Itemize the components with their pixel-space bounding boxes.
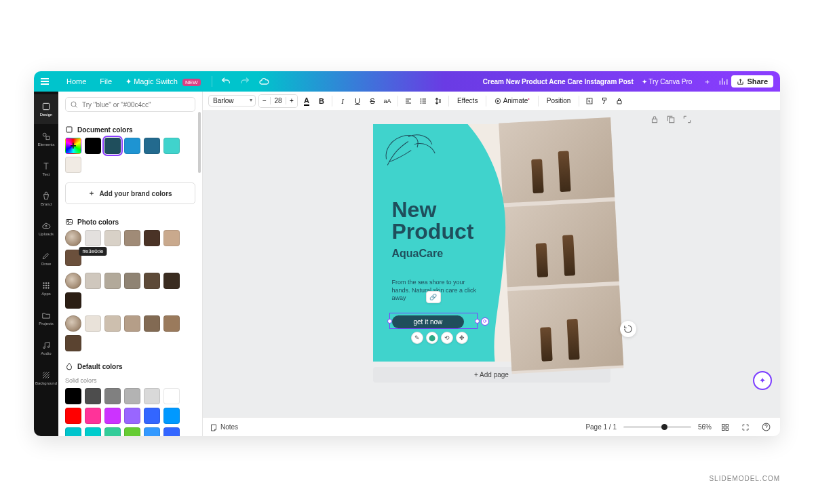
- photo-collage[interactable]: [499, 117, 623, 374]
- canvas-area[interactable]: NewProduct AquaCare From the sea shore t…: [203, 111, 780, 417]
- color-swatch[interactable]: [104, 273, 121, 289]
- color-search-input[interactable]: [82, 101, 191, 109]
- color-swatch[interactable]: [65, 427, 81, 436]
- photo-thumb[interactable]: [65, 230, 81, 246]
- color-swatch[interactable]: [124, 273, 140, 289]
- color-swatch[interactable]: [163, 408, 180, 424]
- color-swatch[interactable]: [85, 273, 101, 289]
- lock-button[interactable]: [613, 94, 625, 108]
- color-swatch[interactable]: [144, 230, 160, 246]
- color-swatch[interactable]: [104, 408, 121, 424]
- color-swatch[interactable]: [65, 157, 81, 173]
- color-swatch[interactable]: [124, 230, 140, 246]
- canvas-subtitle[interactable]: AquaCare: [392, 248, 444, 260]
- rail-audio[interactable]: Audio: [34, 333, 58, 363]
- color-swatch[interactable]: [144, 388, 160, 404]
- resize-handle-right[interactable]: [475, 319, 480, 324]
- page-indicator[interactable]: Page 1 / 1: [585, 423, 617, 431]
- fullscreen-icon[interactable]: [739, 423, 752, 431]
- position-button[interactable]: Position: [543, 97, 575, 104]
- selection-box[interactable]: ⟳: [389, 313, 478, 329]
- color-swatch[interactable]: [144, 408, 160, 424]
- color-swatch[interactable]: [124, 388, 140, 404]
- sync-icon[interactable]: ⟲: [441, 332, 453, 344]
- font-family-select[interactable]: Barlow: [208, 95, 256, 106]
- color-swatch[interactable]: [144, 427, 160, 436]
- design-canvas[interactable]: NewProduct AquaCare From the sea shore t…: [373, 124, 610, 362]
- color-swatch[interactable]: [163, 230, 180, 246]
- panel-scrollbar[interactable]: [198, 112, 201, 173]
- color-swatch[interactable]: [163, 388, 180, 404]
- move-icon[interactable]: ✥: [456, 332, 468, 344]
- color-swatch[interactable]: [163, 315, 180, 332]
- color-swatch[interactable]: [104, 427, 121, 436]
- color-swatch[interactable]: [65, 408, 81, 424]
- rail-draw[interactable]: Draw: [34, 244, 58, 273]
- color-swatch[interactable]: #e3e0de: [85, 230, 101, 246]
- list-button[interactable]: [417, 94, 429, 108]
- font-size-decrease[interactable]: −: [259, 95, 270, 107]
- resize-handle-left[interactable]: [387, 319, 392, 324]
- color-swatch[interactable]: [163, 138, 180, 154]
- color-search[interactable]: [65, 97, 195, 112]
- color-swatch[interactable]: [65, 335, 81, 351]
- expand-page-icon[interactable]: [682, 115, 692, 124]
- lock-page-icon[interactable]: [650, 115, 659, 124]
- transparency-button[interactable]: [583, 94, 596, 108]
- undo-icon[interactable]: [220, 76, 231, 87]
- color-swatch[interactable]: [85, 315, 101, 332]
- copy-style-button[interactable]: [598, 94, 610, 108]
- color-swatch[interactable]: [85, 138, 101, 154]
- effects-button[interactable]: Effects: [453, 97, 482, 104]
- case-button[interactable]: aA: [381, 94, 393, 108]
- color-swatch[interactable]: [104, 315, 121, 332]
- color-swatch[interactable]: [124, 138, 140, 154]
- home-link[interactable]: Home: [66, 77, 86, 85]
- bold-button[interactable]: B: [315, 94, 328, 108]
- add-button[interactable]: ＋: [699, 75, 715, 88]
- cloud-sync-icon[interactable]: [258, 76, 269, 87]
- zoom-slider[interactable]: [623, 426, 691, 428]
- rail-uploads[interactable]: Uploads: [34, 214, 58, 244]
- color-swatch[interactable]: [144, 315, 160, 332]
- color-swatch[interactable]: [104, 138, 121, 154]
- rotate-handle[interactable]: ⟳: [481, 317, 489, 326]
- underline-button[interactable]: U: [351, 94, 364, 108]
- rail-background[interactable]: Background: [34, 363, 58, 393]
- color-swatch[interactable]: [85, 427, 101, 436]
- font-size-increase[interactable]: +: [286, 95, 297, 107]
- font-size-value[interactable]: 28: [270, 97, 286, 104]
- magic-switch-button[interactable]: ✦ Magic Switch NEW: [125, 77, 201, 86]
- color-swatch[interactable]: [163, 273, 180, 289]
- color-swatch[interactable]: [124, 408, 140, 424]
- photo-thumb[interactable]: [65, 315, 81, 332]
- color-swatch[interactable]: [144, 273, 160, 289]
- color-swatch[interactable]: [104, 230, 121, 246]
- color-swatch[interactable]: [163, 427, 180, 436]
- color-swatch[interactable]: [85, 388, 101, 404]
- duplicate-page-icon[interactable]: [666, 115, 676, 124]
- font-size-stepper[interactable]: − 28 +: [258, 94, 298, 108]
- add-color-swatch[interactable]: +: [65, 138, 81, 154]
- animate-button[interactable]: Animate•: [490, 96, 533, 104]
- analytics-icon[interactable]: [715, 75, 731, 88]
- align-button[interactable]: [402, 94, 414, 108]
- notes-button[interactable]: Notes: [210, 423, 238, 431]
- rail-apps[interactable]: Apps: [34, 273, 58, 303]
- color-swatch[interactable]: [124, 427, 140, 436]
- color-swatch[interactable]: [144, 138, 160, 154]
- file-menu[interactable]: File: [100, 77, 112, 85]
- zoom-thumb[interactable]: [661, 424, 667, 430]
- zoom-value[interactable]: 56%: [698, 423, 712, 431]
- reset-view-icon[interactable]: [620, 321, 636, 337]
- grid-view-icon[interactable]: [718, 423, 732, 431]
- photo-thumb[interactable]: [65, 273, 81, 289]
- rail-brand[interactable]: Brand: [34, 184, 58, 214]
- document-title[interactable]: Cream New Product Acne Care Instagram Po…: [483, 78, 634, 85]
- rail-design[interactable]: Design: [34, 94, 58, 124]
- color-swatch[interactable]: [65, 388, 81, 404]
- redo-icon[interactable]: [239, 76, 250, 87]
- italic-button[interactable]: I: [336, 94, 349, 108]
- upgrade-button[interactable]: ✦ Try Canva Pro: [642, 78, 693, 85]
- help-icon[interactable]: [759, 423, 773, 431]
